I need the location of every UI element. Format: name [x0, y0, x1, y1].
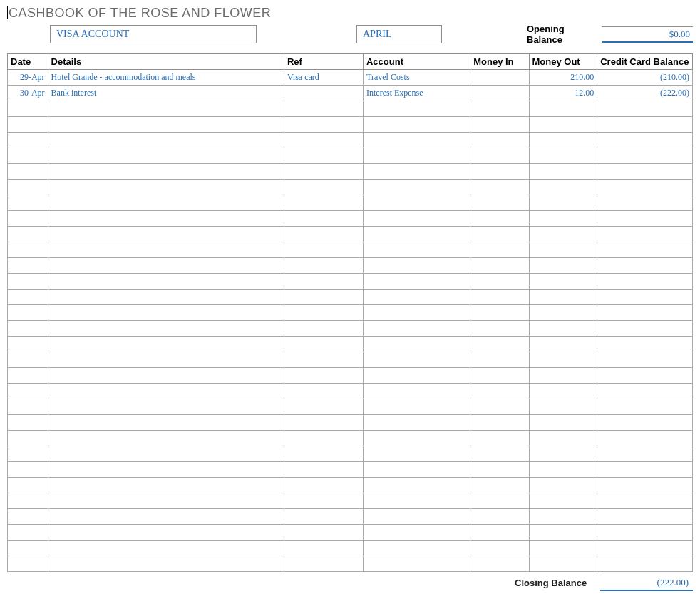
cell-money-in[interactable]	[470, 242, 529, 258]
cell-details[interactable]	[48, 399, 284, 415]
cell-money-out[interactable]	[529, 117, 597, 133]
cell-details[interactable]	[48, 211, 284, 227]
cell-date[interactable]	[8, 368, 48, 384]
cell-money-in[interactable]	[470, 180, 529, 195]
cell-ref[interactable]	[284, 290, 363, 305]
cell-account[interactable]	[363, 493, 470, 509]
cell-account[interactable]	[363, 274, 470, 290]
cell-date[interactable]	[8, 431, 48, 446]
cell-balance[interactable]: (222.00)	[597, 86, 693, 101]
cell-money-out[interactable]: 12.00	[529, 86, 597, 101]
cell-account[interactable]	[363, 352, 470, 368]
cell-money-in[interactable]	[470, 446, 529, 462]
cell-money-in[interactable]	[470, 321, 529, 337]
cell-money-out[interactable]	[529, 337, 597, 352]
cell-details[interactable]	[48, 541, 284, 556]
cell-date[interactable]	[8, 337, 48, 352]
cell-ref[interactable]	[284, 431, 363, 446]
cell-date[interactable]	[8, 525, 48, 541]
cell-details[interactable]	[48, 352, 284, 368]
cell-ref[interactable]	[284, 368, 363, 384]
cell-money-in[interactable]	[470, 227, 529, 242]
cell-ref[interactable]	[284, 274, 363, 290]
cell-details[interactable]	[48, 556, 284, 572]
cell-money-in[interactable]	[470, 478, 529, 493]
cell-money-in[interactable]	[470, 274, 529, 290]
cell-money-out[interactable]	[529, 227, 597, 242]
cell-ref[interactable]	[284, 462, 363, 478]
cell-ref[interactable]	[284, 180, 363, 195]
cell-account[interactable]	[363, 258, 470, 274]
cell-money-out[interactable]	[529, 321, 597, 337]
cell-details[interactable]	[48, 462, 284, 478]
cell-account[interactable]	[363, 384, 470, 399]
cell-money-in[interactable]	[470, 86, 529, 101]
cell-money-out[interactable]	[529, 509, 597, 525]
cell-ref[interactable]	[284, 446, 363, 462]
cell-balance[interactable]	[597, 101, 693, 117]
cell-account[interactable]	[363, 242, 470, 258]
cell-money-in[interactable]	[470, 415, 529, 431]
cell-details[interactable]: Hotel Grande - accommodation and meals	[48, 70, 284, 86]
cell-balance[interactable]	[597, 148, 693, 164]
cell-balance[interactable]	[597, 509, 693, 525]
cell-account[interactable]	[363, 337, 470, 352]
cell-details[interactable]	[48, 478, 284, 493]
cell-details[interactable]	[48, 368, 284, 384]
cell-details[interactable]	[48, 290, 284, 305]
cell-account[interactable]: Travel Costs	[363, 70, 470, 86]
cell-details[interactable]	[48, 101, 284, 117]
cell-money-out[interactable]	[529, 399, 597, 415]
cell-date[interactable]	[8, 556, 48, 572]
cell-money-out[interactable]	[529, 556, 597, 572]
cell-money-out[interactable]	[529, 305, 597, 321]
cell-account[interactable]	[363, 195, 470, 211]
cell-account[interactable]	[363, 525, 470, 541]
cell-ref[interactable]	[284, 493, 363, 509]
cell-details[interactable]	[48, 509, 284, 525]
cell-money-in[interactable]	[470, 556, 529, 572]
cell-ref[interactable]	[284, 101, 363, 117]
cell-balance[interactable]	[597, 431, 693, 446]
cell-balance[interactable]	[597, 164, 693, 180]
cell-details[interactable]	[48, 525, 284, 541]
cell-ref[interactable]	[284, 478, 363, 493]
cell-account[interactable]	[363, 227, 470, 242]
cell-date[interactable]	[8, 446, 48, 462]
cell-ref[interactable]	[284, 321, 363, 337]
cell-account[interactable]	[363, 556, 470, 572]
cell-money-in[interactable]	[470, 117, 529, 133]
cell-date[interactable]	[8, 305, 48, 321]
cell-details[interactable]	[48, 195, 284, 211]
cell-money-out[interactable]	[529, 493, 597, 509]
cell-account[interactable]	[363, 101, 470, 117]
cell-account[interactable]	[363, 305, 470, 321]
cell-account[interactable]	[363, 321, 470, 337]
cell-money-out[interactable]	[529, 478, 597, 493]
cell-date[interactable]	[8, 148, 48, 164]
cell-ref[interactable]	[284, 117, 363, 133]
cell-ref[interactable]	[284, 133, 363, 148]
cell-date[interactable]	[8, 399, 48, 415]
opening-balance-value[interactable]: $0.00	[602, 26, 693, 43]
cell-money-out[interactable]	[529, 195, 597, 211]
cell-ref[interactable]	[284, 164, 363, 180]
cell-details[interactable]	[48, 446, 284, 462]
cell-account[interactable]	[363, 133, 470, 148]
cell-balance[interactable]: (210.00)	[597, 70, 693, 86]
cell-balance[interactable]	[597, 384, 693, 399]
cell-ref[interactable]	[284, 384, 363, 399]
cell-money-out[interactable]	[529, 446, 597, 462]
cell-details[interactable]	[48, 148, 284, 164]
cell-money-in[interactable]	[470, 164, 529, 180]
cell-ref[interactable]	[284, 227, 363, 242]
cell-balance[interactable]	[597, 368, 693, 384]
cell-money-in[interactable]	[470, 525, 529, 541]
cell-money-in[interactable]	[470, 195, 529, 211]
cell-balance[interactable]	[597, 227, 693, 242]
cell-balance[interactable]	[597, 305, 693, 321]
cell-money-in[interactable]	[470, 305, 529, 321]
cell-date[interactable]	[8, 541, 48, 556]
cell-date[interactable]	[8, 352, 48, 368]
cell-details[interactable]	[48, 227, 284, 242]
